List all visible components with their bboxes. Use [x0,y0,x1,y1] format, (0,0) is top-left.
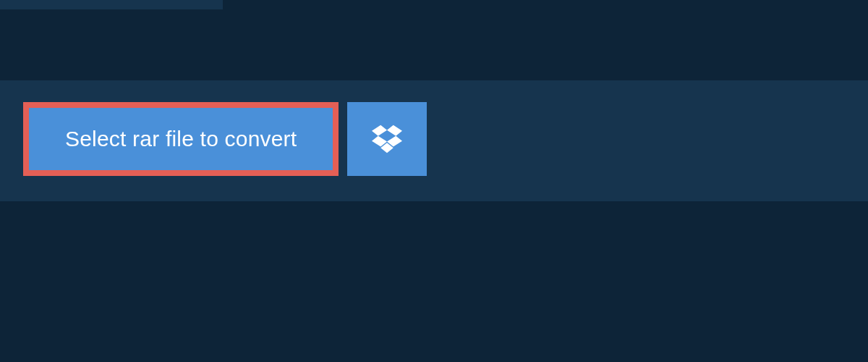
conversion-panel: Select rar file to convert [0,80,868,201]
select-file-button[interactable]: Select rar file to convert [23,102,339,176]
title-tab: Convert rar to hdr [0,0,223,9]
dropbox-button[interactable] [347,102,427,176]
svg-marker-1 [387,125,402,136]
svg-marker-0 [372,125,387,136]
select-file-label: Select rar file to convert [65,127,297,151]
button-row: Select rar file to convert [0,80,868,176]
dropbox-icon [372,125,402,153]
